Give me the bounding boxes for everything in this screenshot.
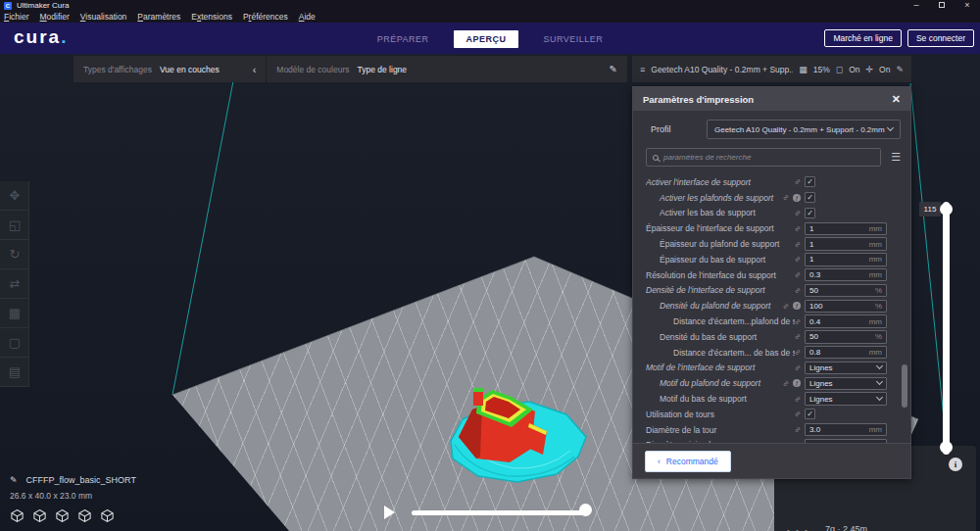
- minimize-button[interactable]: –: [904, 0, 929, 11]
- setting-row[interactable]: Activer les bas de support∞✓: [633, 206, 910, 221]
- setting-value-input[interactable]: 0.3mm: [805, 268, 887, 282]
- setting-row[interactable]: Utilisation de tours∞✓: [633, 407, 910, 422]
- setting-row[interactable]: Distance d'écartem... de bas de support∞…: [633, 345, 910, 361]
- view-3d-icon[interactable]: [10, 508, 24, 523]
- close-button[interactable]: ×: [955, 0, 980, 11]
- setting-checkbox[interactable]: ✓: [805, 176, 815, 187]
- sliced-model[interactable]: [431, 380, 598, 493]
- view-options-bar: Types d'affichages Vue en couches ‹ Modè…: [74, 56, 627, 82]
- scrollbar-thumb[interactable]: [902, 364, 907, 408]
- view-left-icon[interactable]: [77, 508, 92, 523]
- setting-row[interactable]: Densité de l'interface de support∞50%: [633, 283, 910, 299]
- setting-value-input[interactable]: 1mm: [805, 222, 887, 236]
- setting-label: Motif du plafond de support: [646, 378, 783, 388]
- display-type-selector[interactable]: Types d'affichages Vue en couches ‹: [74, 56, 266, 82]
- setting-value-input[interactable]: 1mm: [805, 237, 887, 251]
- menu-item-extensions[interactable]: Extensions: [191, 12, 232, 22]
- menu-item-modifier[interactable]: Modifier: [40, 12, 70, 22]
- setting-row[interactable]: Épaisseur du plafond de support∞1mm: [633, 236, 910, 252]
- calculated-value-icon: ƒ: [793, 302, 801, 310]
- move-tool[interactable]: ✥: [0, 181, 29, 211]
- mirror-tool[interactable]: ⇄: [0, 269, 29, 299]
- menu-item-preferences[interactable]: Préférences: [243, 12, 288, 22]
- setting-row[interactable]: Activer l'interface de support∞✓: [633, 174, 910, 190]
- setting-checkbox[interactable]: ✓: [805, 192, 815, 203]
- setting-row[interactable]: Activer les plafonds de support∞ƒ✓: [633, 190, 910, 206]
- tab-surveiller[interactable]: SURVEILLER: [532, 30, 615, 48]
- setting-row[interactable]: Résolution de l'interface du support∞0.3…: [633, 267, 910, 283]
- setting-select[interactable]: Lignes: [805, 392, 887, 406]
- setting-row[interactable]: Densité du plafond de support∞ƒ100%: [633, 298, 910, 314]
- rename-object-icon[interactable]: ✎: [10, 475, 18, 485]
- close-panel-icon[interactable]: ✕: [892, 93, 901, 106]
- edit-setup-icon[interactable]: ✎: [896, 65, 904, 74]
- setting-row[interactable]: Motif de l'interface de support∞Lignes: [633, 361, 910, 376]
- setting-label: Activer les bas de support: [646, 208, 795, 217]
- setting-select[interactable]: Lignes: [805, 362, 887, 375]
- setting-label: Diamètre de la tour: [646, 425, 795, 435]
- settings-search-input[interactable]: paramètres de recherche: [646, 148, 881, 167]
- setting-row[interactable]: Densité du bas de support∞50%: [633, 329, 910, 345]
- recommended-button[interactable]: ‹ Recommandé: [645, 451, 731, 472]
- layer-slider-bottom-handle[interactable]: [940, 441, 953, 454]
- tab-preparer[interactable]: PRÉPARER: [366, 30, 441, 48]
- edit-view-icon[interactable]: ✎: [610, 64, 617, 74]
- setting-value-input[interactable]: 0.4mm: [805, 314, 887, 328]
- sign-in-button[interactable]: Se connecter: [907, 29, 974, 47]
- color-scheme-selector[interactable]: Modèle de couleurs Type de ligne ✎: [267, 56, 627, 82]
- setting-value-input[interactable]: 3.0mm: [805, 439, 887, 443]
- settings-panel-title: Paramètres d'impression: [643, 94, 754, 105]
- color-scheme-label: Modèle de couleurs: [276, 65, 349, 74]
- custom-tool[interactable]: ▤: [0, 358, 29, 387]
- setting-label: Densité du plafond de support: [646, 301, 783, 311]
- menu-item-fichier[interactable]: Fichier: [4, 12, 29, 22]
- app-icon: C: [4, 2, 12, 10]
- setting-value-input[interactable]: 0.8mm: [805, 346, 887, 360]
- settings-menu-icon[interactable]: ☰: [891, 151, 901, 164]
- restore-button[interactable]: [929, 0, 955, 11]
- collapse-icon[interactable]: ‹: [253, 64, 257, 75]
- info-icon[interactable]: i: [949, 458, 962, 471]
- chevron-down-icon: [876, 362, 883, 369]
- setting-row[interactable]: Diamètre de la tour∞3.0mm: [633, 422, 910, 438]
- setting-select[interactable]: Lignes: [805, 377, 887, 391]
- adhesion-value: On: [879, 65, 890, 74]
- setting-value-input[interactable]: 50%: [805, 284, 887, 298]
- menu-item-aide[interactable]: Aide: [299, 12, 316, 22]
- play-button[interactable]: [384, 506, 395, 519]
- profile-dropdown[interactable]: Geetech A10 Quality - 0.2mm + Support - …: [707, 120, 901, 139]
- per-model-settings-tool[interactable]: ▦: [0, 299, 29, 328]
- setting-value-input[interactable]: 100%: [805, 300, 887, 314]
- view-front-icon[interactable]: [32, 508, 47, 523]
- settings-list: Activer l'interface de support∞✓Activer …: [633, 170, 910, 443]
- layer-range-slider[interactable]: [943, 202, 950, 455]
- scale-tool[interactable]: ◱: [0, 211, 29, 240]
- tab-apercu[interactable]: APERÇU: [454, 30, 517, 48]
- setting-value-input[interactable]: 1mm: [805, 253, 887, 266]
- rotate-tool[interactable]: ↻: [0, 240, 29, 269]
- setting-value-input[interactable]: 50%: [805, 330, 887, 344]
- setting-row[interactable]: Diamètre minimal∞3.0mm: [633, 438, 910, 443]
- setting-row[interactable]: Épaisseur du bas de support∞1mm: [633, 252, 910, 267]
- setting-value-input[interactable]: 3.0mm: [805, 423, 887, 437]
- view-top-icon[interactable]: [55, 508, 70, 523]
- setting-row[interactable]: Épaisseur de l'interface de support∞1mm: [633, 220, 910, 236]
- setting-row[interactable]: Motif du bas de support∞Lignes: [633, 391, 910, 407]
- menu-bar: FichierModifierVisualisationParamètresEx…: [0, 11, 980, 23]
- setting-checkbox[interactable]: ✓: [805, 409, 815, 419]
- window-title: Ultimaker Cura: [17, 1, 69, 10]
- setting-label: Distance d'écartem... de bas de support: [646, 348, 795, 358]
- playback-slider-handle[interactable]: [579, 504, 592, 516]
- support-blocker-tool[interactable]: ▢: [0, 328, 29, 358]
- print-setup-selector[interactable]: ≡ Geetech A10 Quality - 0.2mm + Supp... …: [632, 56, 911, 82]
- menu-item-visualisation[interactable]: Visualisation: [80, 12, 127, 22]
- viewport-3d[interactable]: Types d'affichages Vue en couches ‹ Modè…: [0, 54, 980, 531]
- layer-slider-top-handle[interactable]: [940, 203, 953, 216]
- setting-row[interactable]: Distance d'écartem...plafond de support∞…: [633, 314, 910, 329]
- setting-row[interactable]: Motif du plafond de support∞ƒLignes: [633, 375, 910, 391]
- playback-slider-track[interactable]: [412, 510, 588, 515]
- menu-item-parametres[interactable]: Paramètres: [137, 12, 180, 22]
- marketplace-button[interactable]: Marché en ligne: [824, 29, 901, 47]
- setting-checkbox[interactable]: ✓: [805, 208, 815, 218]
- view-right-icon[interactable]: [100, 508, 115, 523]
